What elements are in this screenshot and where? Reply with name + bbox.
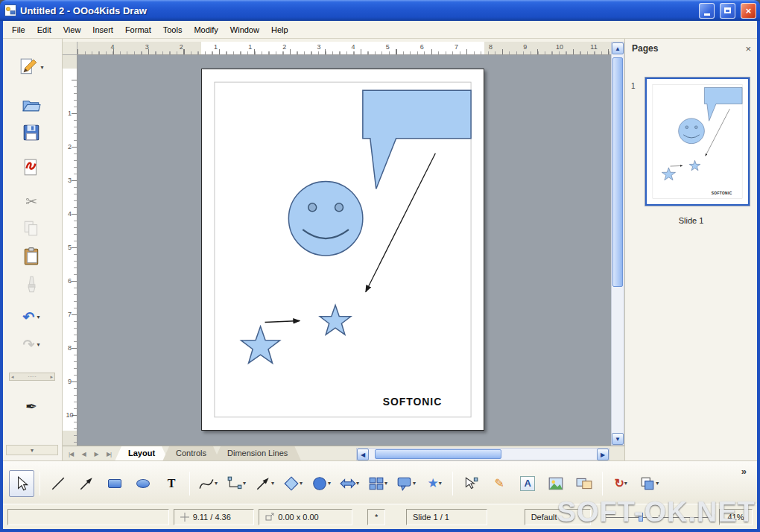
- arrow-tool-button[interactable]: [74, 470, 99, 497]
- tab-next-button[interactable]: ▶: [90, 448, 102, 460]
- vertical-scrollbar[interactable]: ▲ ▼: [611, 42, 624, 446]
- rotate-button[interactable]: ↻ ▾: [608, 470, 633, 497]
- points-button[interactable]: [458, 470, 484, 497]
- dropdown-icon[interactable]: ▾: [328, 480, 331, 487]
- softonic-text[interactable]: SOFTONIC: [383, 396, 443, 408]
- star-large-shape[interactable]: [241, 326, 280, 363]
- zoom-slider-thumb[interactable]: [639, 513, 643, 522]
- star-small-shape[interactable]: [320, 305, 351, 335]
- close-button[interactable]: ×: [741, 3, 756, 19]
- zoom-level-field[interactable]: 41%: [719, 509, 753, 525]
- menu-modify[interactable]: Modify: [188, 22, 224, 37]
- copy-icon: [22, 219, 41, 238]
- splitter-right-icon[interactable]: ▸: [50, 374, 53, 380]
- menu-help[interactable]: Help: [265, 22, 294, 37]
- open-button[interactable]: [9, 91, 54, 118]
- scroll-right-button[interactable]: ▶: [597, 449, 609, 460]
- ellipse-tool-button[interactable]: [130, 470, 156, 497]
- tab-last-button[interactable]: ▶|: [103, 448, 115, 460]
- rectangle-icon: [108, 479, 121, 488]
- dropdown-icon[interactable]: ▾: [384, 480, 387, 487]
- menu-file[interactable]: File: [6, 22, 31, 37]
- dropdown-icon[interactable]: ▾: [356, 480, 359, 487]
- menu-insert[interactable]: Insert: [86, 22, 119, 37]
- menu-format[interactable]: Format: [119, 22, 157, 37]
- drawing-page[interactable]: SOFTONIC: [201, 69, 484, 431]
- redo-button: ↷ ▾: [9, 331, 54, 358]
- dropdown-icon[interactable]: ▾: [271, 480, 274, 487]
- pen-button[interactable]: ✒: [9, 393, 54, 419]
- scroll-down-button[interactable]: ▼: [612, 433, 624, 445]
- cut-button: ✂: [9, 188, 54, 215]
- toolbar-overflow-strip[interactable]: ▾: [6, 445, 58, 455]
- standard-toolbar: ▾: [3, 39, 63, 460]
- drawing-canvas[interactable]: SOFTONIC: [77, 55, 611, 446]
- export-pdf-button[interactable]: [9, 154, 54, 181]
- callouts-tool-button[interactable]: ▾: [393, 470, 419, 497]
- dropdown-icon[interactable]: ▾: [413, 480, 416, 487]
- block-arrows-tool-button[interactable]: ▾: [337, 470, 362, 497]
- paste-button[interactable]: [9, 243, 54, 270]
- horizontal-scroll-thumb[interactable]: [375, 449, 501, 459]
- vertical-ruler[interactable]: 12 34 56 78 910: [63, 55, 77, 446]
- dropdown-icon[interactable]: ▾: [37, 314, 39, 320]
- stars-tool-button[interactable]: ★ ▾: [422, 470, 447, 497]
- curve-tool-button[interactable]: ▾: [195, 470, 221, 497]
- small-arrow-shape[interactable]: [265, 320, 300, 322]
- scroll-up-button[interactable]: ▲: [612, 42, 624, 54]
- tab-prev-button[interactable]: ◀: [77, 448, 89, 460]
- arrange-button[interactable]: ▾: [636, 470, 662, 497]
- dropdown-icon[interactable]: ▾: [215, 480, 218, 487]
- maximize-button[interactable]: [720, 3, 735, 19]
- gluepoints-button[interactable]: ✎: [487, 470, 512, 497]
- connector-tool-button[interactable]: ▾: [224, 470, 249, 497]
- pages-panel-title: Pages: [632, 43, 658, 54]
- scroll-left-button[interactable]: ◀: [357, 449, 369, 460]
- tab-layout[interactable]: Layout: [115, 446, 168, 461]
- pages-panel-close-button[interactable]: ×: [745, 44, 751, 54]
- toolbar-splitter[interactable]: ◂ ····· ▸: [9, 373, 55, 381]
- horizontal-ruler[interactable]: 43 21 12 34 56 78 910 11: [77, 42, 611, 55]
- save-button[interactable]: [9, 119, 54, 146]
- gallery-button[interactable]: [571, 470, 597, 497]
- toolbar-overflow-button[interactable]: »: [741, 463, 753, 477]
- flowchart-tool-button[interactable]: ▾: [365, 470, 390, 497]
- from-file-button[interactable]: [543, 470, 569, 497]
- symbol-shapes-tool-button[interactable]: ▾: [308, 470, 334, 497]
- menu-window[interactable]: Window: [224, 22, 265, 37]
- lines-arrows-tool-button[interactable]: ▾: [252, 470, 277, 497]
- smiley-face-shape[interactable]: [288, 181, 362, 255]
- splitter-left-icon[interactable]: ◂: [11, 374, 14, 380]
- rectangle-tool-button[interactable]: [102, 470, 127, 497]
- page-style-field[interactable]: Default: [525, 509, 591, 525]
- ruler-corner: [63, 42, 77, 55]
- text-tool-button[interactable]: T: [159, 470, 184, 497]
- select-tool-button[interactable]: [9, 470, 34, 497]
- menu-view[interactable]: View: [57, 22, 87, 37]
- slide-thumbnail[interactable]: [645, 77, 750, 206]
- zoom-slider[interactable]: [603, 511, 715, 523]
- new-drawing-button[interactable]: ▾: [9, 54, 54, 80]
- menu-tools[interactable]: Tools: [157, 22, 189, 37]
- dropdown-icon[interactable]: ▾: [37, 341, 39, 348]
- tab-controls[interactable]: Controls: [162, 446, 220, 461]
- horizontal-scrollbar[interactable]: ◀ ▶: [356, 448, 609, 460]
- tab-first-button[interactable]: |◀: [65, 448, 77, 460]
- dropdown-icon[interactable]: ▾: [624, 480, 627, 487]
- line-tool-button[interactable]: [45, 470, 71, 497]
- vertical-scroll-thumb[interactable]: [612, 57, 623, 287]
- callout-shape[interactable]: [363, 90, 471, 189]
- tab-dimension-lines[interactable]: Dimension Lines: [214, 446, 301, 461]
- menu-edit[interactable]: Edit: [31, 22, 57, 37]
- dropdown-icon[interactable]: ▾: [243, 480, 246, 487]
- dropdown-icon[interactable]: ▾: [40, 64, 43, 71]
- slide-indicator-field[interactable]: Slide 1 / 1: [406, 509, 487, 525]
- undo-button[interactable]: ↶ ▾: [9, 303, 54, 330]
- fontwork-button[interactable]: A: [515, 470, 540, 497]
- dropdown-icon[interactable]: ▾: [439, 480, 442, 487]
- basic-shapes-tool-button[interactable]: ▾: [280, 470, 305, 497]
- dropdown-icon[interactable]: ▾: [656, 480, 659, 487]
- splitter-grip: ·····: [28, 374, 37, 379]
- minimize-button[interactable]: [699, 3, 715, 19]
- dropdown-icon[interactable]: ▾: [300, 480, 303, 487]
